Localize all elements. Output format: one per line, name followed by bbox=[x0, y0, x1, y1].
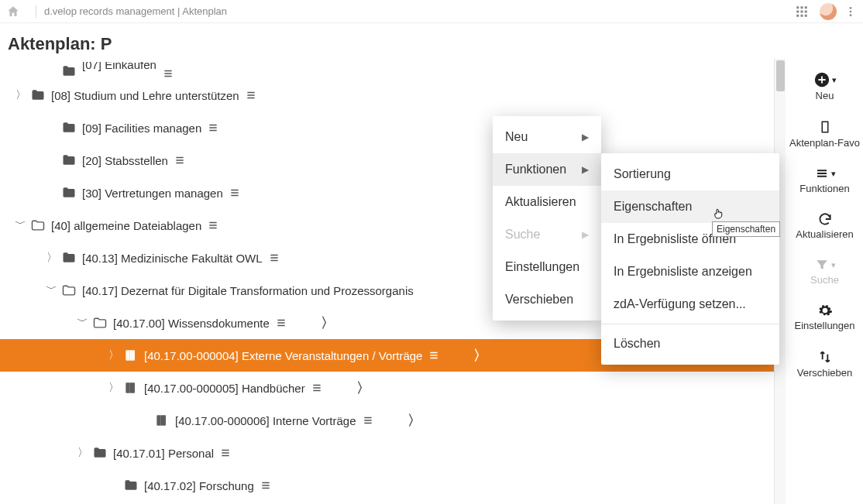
tree-label: [20] Stabsstellen bbox=[77, 154, 173, 167]
context-menu-item[interactable]: Funktionen▶ bbox=[493, 153, 601, 186]
action-label: Verschieben bbox=[786, 367, 863, 379]
page-title: Aktenplan: P bbox=[0, 23, 863, 59]
row-menu-icon[interactable] bbox=[267, 252, 287, 263]
row-menu-icon[interactable] bbox=[161, 68, 181, 79]
expand-icon[interactable]: 〉 bbox=[12, 88, 29, 102]
tree-row[interactable]: 〉[09] Facilities managen bbox=[0, 111, 786, 144]
tree-row[interactable]: 〉[40.17.01] Personal bbox=[0, 437, 786, 469]
action-label: Neu bbox=[786, 90, 863, 101]
row-menu-icon[interactable] bbox=[173, 155, 193, 166]
submenu-arrow-icon: ▶ bbox=[582, 229, 589, 240]
action-panel: ▾NeuAktenplan-Favo▾FunktionenAktualisier… bbox=[786, 59, 863, 504]
folder-solid-icon bbox=[60, 185, 77, 201]
folder-outline-icon bbox=[91, 315, 108, 331]
context-menu-item[interactable]: Aktualisieren bbox=[493, 186, 601, 218]
context-menu-item[interactable]: Verschieben bbox=[493, 283, 601, 316]
row-menu-icon[interactable] bbox=[206, 220, 226, 231]
more-vertical-icon[interactable] bbox=[844, 5, 857, 19]
row-menu-icon[interactable] bbox=[206, 122, 226, 133]
collapse-icon[interactable]: 〉 bbox=[12, 217, 26, 234]
action-aktualisieren[interactable]: Aktualisieren bbox=[786, 205, 863, 251]
expand-icon[interactable]: 〉 bbox=[43, 251, 60, 265]
svg-rect-1 bbox=[801, 6, 803, 9]
context-menu-label: Suche bbox=[505, 228, 540, 242]
tree-row[interactable]: 〉[40.17.00-000005] Handbücher〉 bbox=[0, 372, 786, 404]
book-icon bbox=[122, 380, 139, 396]
svg-rect-12 bbox=[129, 350, 131, 360]
tree-label: [40.17] Dezernat für Digitale Transforma… bbox=[77, 284, 418, 297]
context-menu-label: Aktualisieren bbox=[505, 195, 576, 209]
action-funktionen[interactable]: ▾Funktionen bbox=[786, 159, 863, 205]
context-menu-item[interactable]: Einstellungen bbox=[493, 251, 601, 283]
expand-icon[interactable]: 〉 bbox=[105, 348, 122, 362]
svg-point-10 bbox=[850, 10, 852, 12]
svg-point-9 bbox=[850, 7, 852, 9]
svg-rect-13 bbox=[129, 382, 131, 393]
expand-icon[interactable]: 〉 bbox=[74, 446, 91, 460]
context-submenu-item[interactable]: zdA-Verfügung setzen... bbox=[601, 288, 779, 321]
svg-rect-4 bbox=[801, 10, 803, 12]
tree-row[interactable]: 〉[07] Einkaufen bbox=[0, 62, 786, 79]
folder-solid-icon bbox=[60, 250, 77, 266]
context-submenu-item[interactable]: Eigenschaften bbox=[601, 190, 779, 223]
expand-icon[interactable]: 〉 bbox=[105, 381, 122, 395]
row-menu-icon[interactable] bbox=[228, 187, 248, 198]
action-label: Aktenplan-Favo bbox=[786, 137, 863, 149]
apps-grid-icon[interactable] bbox=[795, 5, 809, 19]
context-submenu-label: zdA-Verfügung setzen... bbox=[614, 297, 746, 311]
row-menu-icon[interactable] bbox=[310, 382, 330, 393]
divider bbox=[36, 5, 36, 18]
folder-solid-icon bbox=[91, 445, 108, 461]
row-menu-icon[interactable] bbox=[218, 447, 239, 458]
context-submenu-item[interactable]: Löschen bbox=[601, 327, 779, 360]
navigate-icon[interactable]: 〉 bbox=[353, 379, 373, 397]
row-menu-icon[interactable] bbox=[274, 317, 294, 328]
tree-label: [07] Einkaufen bbox=[77, 62, 161, 71]
navigate-icon[interactable]: 〉 bbox=[404, 411, 425, 430]
folder-outline-icon bbox=[29, 218, 46, 233]
folder-outline-icon bbox=[60, 283, 77, 298]
collapse-icon[interactable]: 〉 bbox=[43, 282, 57, 299]
tree-label: [40.17.00-000006] Interne Vorträge bbox=[170, 414, 361, 427]
row-menu-icon[interactable] bbox=[427, 350, 447, 361]
app-title: d.velop records management | Aktenplan bbox=[44, 5, 227, 17]
action-label: Einstellungen bbox=[786, 320, 863, 331]
tree-row[interactable]: 〉[40.17.02] Forschung bbox=[0, 469, 786, 502]
home-icon[interactable] bbox=[6, 5, 20, 19]
gear-icon bbox=[786, 303, 863, 318]
tree-label: [40.17.00-000004] Externe Veranstaltunge… bbox=[139, 349, 427, 362]
action-label: Funktionen bbox=[786, 183, 863, 194]
context-menu-label: Funktionen bbox=[505, 163, 566, 177]
svg-rect-16 bbox=[822, 122, 828, 132]
context-menu-item[interactable]: Neu▶ bbox=[493, 121, 601, 153]
avatar[interactable] bbox=[820, 3, 837, 20]
navigate-icon[interactable]: 〉 bbox=[470, 346, 490, 365]
row-menu-icon[interactable] bbox=[361, 415, 381, 426]
action-neu[interactable]: ▾Neu bbox=[786, 65, 863, 112]
navigate-icon[interactable]: 〉 bbox=[318, 314, 338, 332]
svg-rect-2 bbox=[805, 6, 807, 9]
context-menu-label: Verschieben bbox=[505, 293, 573, 307]
filter-icon: ▾ bbox=[786, 257, 863, 273]
book-icon bbox=[122, 348, 139, 363]
scrollbar-thumb[interactable] bbox=[776, 60, 785, 91]
row-menu-icon[interactable] bbox=[259, 480, 279, 491]
svg-point-11 bbox=[850, 14, 852, 16]
action-einstellungen[interactable]: Einstellungen bbox=[786, 297, 863, 342]
context-submenu-item[interactable]: In Ergebnisliste anzeigen bbox=[601, 255, 779, 288]
svg-rect-0 bbox=[796, 6, 799, 9]
bookmark-icon bbox=[786, 118, 863, 135]
action-verschieben[interactable]: Verschieben bbox=[786, 342, 863, 389]
context-submenu-item[interactable]: Sortierung bbox=[601, 158, 779, 190]
context-submenu-label: Löschen bbox=[614, 337, 661, 351]
context-menu-item: Suche▶ bbox=[493, 218, 601, 251]
action-aktenplan-favo[interactable]: Aktenplan-Favo bbox=[786, 112, 863, 159]
tree-row[interactable]: 〉[08] Studium und Lehre unterstützen bbox=[0, 79, 786, 111]
row-menu-icon[interactable] bbox=[244, 90, 264, 101]
submenu-arrow-icon: ▶ bbox=[582, 132, 589, 142]
collapse-icon[interactable]: 〉 bbox=[74, 314, 88, 331]
folder-solid-icon bbox=[122, 478, 139, 493]
svg-rect-7 bbox=[801, 14, 803, 16]
tree-row[interactable]: 〉[40.17.00-000006] Interne Vorträge〉 bbox=[0, 404, 786, 437]
context-menu: Neu▶Funktionen▶AktualisierenSuche▶Einste… bbox=[493, 116, 601, 321]
